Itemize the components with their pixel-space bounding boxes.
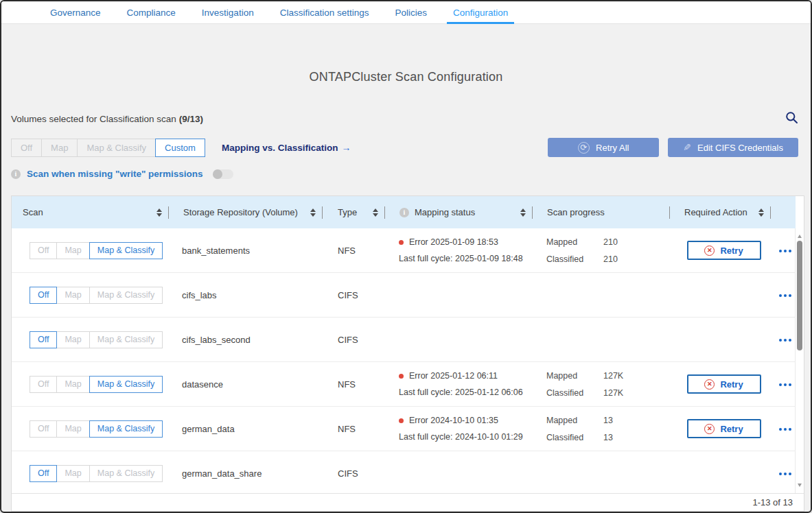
nav-tab-investigation[interactable]: Investigation [196, 1, 260, 23]
row-scan-option-map[interactable]: Map [56, 376, 89, 393]
ellipsis-icon [779, 383, 782, 386]
sort-icon[interactable] [758, 208, 764, 217]
scan-mode-map[interactable]: Map [41, 139, 78, 157]
row-scan-option-map-classify[interactable]: Map & Classify [89, 287, 163, 304]
section-label: Volumes selected for Classification scan… [11, 114, 203, 124]
row-scan-option-off[interactable]: Off [30, 376, 57, 393]
row-volume-name: bank_statements [172, 246, 326, 256]
retry-button-label: Retry [720, 246, 743, 256]
row-scan-option-map[interactable]: Map [56, 420, 89, 438]
classified-label: Classified [546, 388, 603, 398]
row-menu-button[interactable] [774, 382, 795, 386]
page-title: ONTAPCluster Scan Configuration [1, 70, 811, 84]
row-volume-name: cifs_labs [172, 290, 326, 300]
table-row: OffMapMap & Classify german_data_share C… [12, 451, 795, 493]
retry-button[interactable]: ✕ Retry [687, 419, 761, 438]
classified-label: Classified [546, 433, 603, 442]
nav-tab-policies[interactable]: Policies [388, 1, 433, 23]
edit-cifs-credentials-button[interactable]: ✎ Edit CIFS Credentials [668, 138, 798, 157]
ellipsis-icon [779, 294, 782, 297]
row-volume-type: CIFS [326, 335, 388, 345]
row-scan-option-map[interactable]: Map [56, 287, 89, 304]
row-scan-option-map-classify[interactable]: Map & Classify [89, 376, 163, 393]
row-scan-option-off[interactable]: Off [30, 420, 57, 438]
row-scan-toggle-group: OffMapMap & Classify [12, 465, 172, 482]
row-menu-button[interactable] [774, 293, 795, 297]
table-body: OffMapMap & Classify bank_statements NFS… [12, 228, 795, 493]
row-scan-option-off[interactable]: Off [30, 465, 57, 482]
vertical-scrollbar[interactable] [795, 228, 804, 493]
search-button[interactable] [785, 111, 798, 127]
row-menu-button[interactable] [774, 248, 795, 252]
scrollbar-up-arrow[interactable] [798, 235, 802, 238]
row-scan-toggle-group: OffMapMap & Classify [12, 376, 172, 393]
row-scan-progress [536, 470, 673, 477]
row-menu-button[interactable] [774, 427, 795, 431]
arrow-right-icon: → [341, 142, 351, 153]
mapped-value: 13 [603, 416, 673, 425]
table-row: OffMapMap & Classify german_data NFS Err… [12, 407, 795, 451]
row-scan-option-off[interactable]: Off [30, 331, 57, 348]
info-icon: i [399, 208, 409, 217]
nav-tab-compliance[interactable]: Compliance [121, 1, 182, 23]
mapping-vs-classification-link[interactable]: Mapping vs. Classification → [222, 142, 351, 153]
status-error-line: Error 2024-10-10 01:35 [399, 416, 536, 425]
ellipsis-icon [789, 473, 791, 475]
mapped-value: 210 [603, 237, 673, 247]
column-label: Scan progress [547, 207, 605, 217]
row-scan-toggle-group: OffMapMap & Classify [12, 331, 172, 348]
scrollbar-down-arrow[interactable] [798, 484, 802, 487]
error-text: Error 2025-01-09 18:53 [409, 237, 498, 247]
ellipsis-icon [779, 250, 782, 252]
sort-icon[interactable] [156, 208, 162, 217]
column-divider [770, 206, 771, 219]
ellipsis-icon [784, 383, 787, 386]
mapping-vs-classification-label: Mapping vs. Classification [222, 143, 338, 153]
row-scan-option-off[interactable]: Off [30, 242, 57, 259]
row-volume-type: NFS [326, 246, 388, 256]
status-last-cycle-line: Last full cycle: 2024-10-10 01:29 [399, 432, 536, 442]
sort-icon[interactable] [373, 208, 378, 217]
row-mapping-status: Error 2025-01-09 18:53 Last full cycle: … [388, 237, 536, 263]
section-row: Volumes selected for Classification scan… [11, 111, 798, 127]
ellipsis-icon [789, 383, 791, 386]
row-scan-option-map[interactable]: Map [56, 331, 89, 348]
row-scan-option-off[interactable]: Off [30, 287, 57, 304]
sort-icon[interactable] [310, 208, 316, 217]
row-menu-button[interactable] [774, 337, 795, 342]
row-scan-option-map-classify[interactable]: Map & Classify [89, 242, 163, 259]
ellipsis-icon [789, 250, 791, 252]
row-scan-option-map-classify[interactable]: Map & Classify [89, 420, 163, 438]
row-scan-option-map-classify[interactable]: Map & Classify [89, 465, 163, 482]
ellipsis-icon [784, 250, 787, 252]
scan-mode-off[interactable]: Off [11, 139, 42, 157]
status-last-cycle-line: Last full cycle: 2025-01-09 18:48 [399, 254, 536, 263]
retry-all-button[interactable]: ⟳ Retry All [548, 138, 659, 157]
mapped-label: Mapped [546, 237, 603, 247]
retry-button[interactable]: ✕ Retry [687, 241, 761, 260]
ellipsis-icon [784, 339, 787, 342]
row-volume-name: german_data [172, 424, 326, 434]
pencil-icon: ✎ [683, 142, 691, 153]
scan-mode-group: OffMapMap & ClassifyCustom [11, 139, 205, 157]
nav-tab-classification-settings[interactable]: Classification settings [274, 1, 375, 23]
nav-tab-governance[interactable]: Governance [44, 1, 107, 23]
row-scan-option-map[interactable]: Map [56, 242, 89, 259]
row-volume-name: german_data_share [172, 468, 326, 479]
column-header-menu [774, 196, 796, 228]
write-permissions-toggle[interactable] [213, 169, 233, 179]
scan-mode-custom[interactable]: Custom [155, 139, 205, 157]
ellipsis-icon [789, 339, 791, 342]
row-scan-option-map[interactable]: Map [56, 465, 89, 482]
sort-icon[interactable] [520, 208, 526, 217]
retry-button[interactable]: ✕ Retry [687, 374, 761, 394]
row-scan-option-map-classify[interactable]: Map & Classify [89, 331, 163, 348]
error-text: Error 2025-01-12 06:11 [409, 371, 498, 381]
retry-button-label: Retry [720, 424, 743, 434]
nav-tab-configuration[interactable]: Configuration [447, 1, 514, 23]
scan-mode-map-classify[interactable]: Map & Classify [77, 139, 156, 157]
row-menu-button[interactable] [774, 471, 795, 475]
column-divider [669, 206, 670, 219]
error-text: Error 2024-10-10 01:35 [409, 416, 498, 425]
scrollbar-thumb[interactable] [797, 241, 802, 350]
